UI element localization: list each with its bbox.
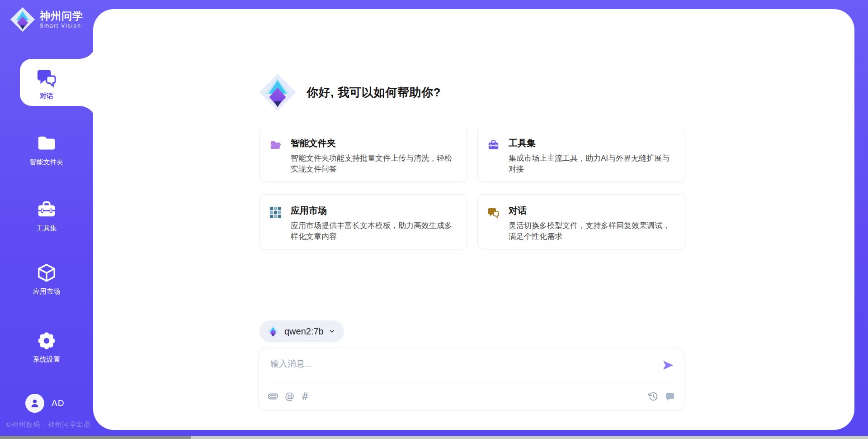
card-description: 应用市场提供丰富长文本模板，助力高效生成多样化文章内容 — [291, 220, 456, 242]
model-name: qwen2:7b — [284, 326, 324, 337]
horizontal-scrollbar[interactable] — [0, 436, 868, 439]
brand-logo: 神州问学 Smart Vision — [10, 7, 83, 32]
send-icon — [662, 359, 675, 372]
grid-icon — [269, 206, 282, 219]
sidebar-item-smart-folder[interactable]: 智能文件夹 — [0, 133, 93, 167]
chevron-down-icon — [328, 328, 335, 335]
brand-name: 神州问学 — [40, 10, 83, 22]
greeting-text: 你好, 我可以如何帮助你? — [307, 85, 441, 100]
card-title: 应用市场 — [291, 205, 456, 216]
sidebar-item-label: 系统设置 — [33, 355, 60, 364]
mention-button[interactable]: @ — [285, 391, 294, 401]
history-clock-icon — [648, 391, 658, 401]
hash-icon: # — [301, 391, 309, 401]
card-description: 集成市场上主流工具，助力AI与外界无缝扩展与对接 — [509, 153, 674, 175]
app-window: 神州问学 Smart Vision 对话 智能文件夹 — [0, 0, 868, 439]
briefcase-icon — [487, 139, 500, 151]
greeting: 你好, 我可以如何帮助你? — [259, 73, 441, 111]
attach-button[interactable] — [268, 391, 278, 402]
user-account[interactable]: AD — [25, 394, 64, 413]
main-panel: 你好, 我可以如何帮助你? 智能文件夹 智能文件夹功能支持批量文件上传与清洗，轻… — [93, 9, 854, 430]
at-icon: @ — [285, 391, 294, 401]
feature-cards: 智能文件夹 智能文件夹功能支持批量文件上传与清洗，轻松实现文件问答 工具集 — [259, 127, 686, 249]
sidebar-item-app-market[interactable]: 应用市场 — [0, 262, 93, 296]
avatar — [25, 394, 44, 413]
hashtag-button[interactable]: # — [301, 391, 309, 401]
paperclip-icon — [268, 391, 278, 402]
send-button[interactable] — [661, 359, 675, 372]
card-chat[interactable]: 对话 灵活切换多模型文件，支持多样回复效果调试，满足个性化需求 — [477, 194, 685, 249]
brand-subtitle: Smart Vision — [40, 23, 83, 29]
card-description: 灵活切换多模型文件，支持多样回复效果调试，满足个性化需求 — [509, 220, 674, 242]
sidebar-item-settings[interactable]: 系统设置 — [0, 330, 93, 364]
assistant-diamond-icon — [259, 73, 297, 111]
history-button[interactable] — [648, 391, 658, 401]
chat-icon — [36, 67, 57, 88]
model-selector[interactable]: qwen2:7b — [259, 320, 344, 342]
gear-icon — [36, 330, 57, 351]
message-input[interactable] — [259, 348, 684, 382]
card-title: 智能文件夹 — [291, 137, 456, 149]
card-title: 对话 — [509, 205, 674, 216]
chat-bubble-icon — [665, 391, 675, 401]
card-description: 智能文件夹功能支持批量文件上传与清洗，轻松实现文件问答 — [291, 153, 456, 175]
card-app-market[interactable]: 应用市场 应用市场提供丰富长文本模板，助力高效生成多样化文章内容 — [259, 194, 467, 249]
sidebar-item-label: 对话 — [40, 92, 53, 100]
brand-diamond-icon — [10, 7, 35, 32]
sidebar-item-label: 工具集 — [37, 224, 57, 233]
folder-icon — [269, 139, 282, 151]
sidebar-item-label: 智能文件夹 — [30, 158, 64, 167]
sidebar-item-toolset[interactable]: 工具集 — [0, 199, 93, 233]
cube-icon — [36, 262, 57, 283]
sidebar-item-label: 应用市场 — [33, 287, 60, 296]
card-smart-folder[interactable]: 智能文件夹 智能文件夹功能支持批量文件上传与清洗，轻松实现文件问答 — [259, 127, 467, 182]
sidebar-item-chat[interactable]: 对话 — [0, 67, 93, 100]
chat-history-button[interactable] — [665, 391, 675, 401]
sidebar: 神州问学 Smart Vision 对话 智能文件夹 — [0, 0, 93, 439]
folder-icon — [36, 133, 57, 154]
scrollbar-thumb[interactable] — [0, 436, 191, 439]
chat-icon — [487, 206, 500, 219]
person-icon — [29, 397, 41, 409]
briefcase-icon — [36, 199, 57, 220]
user-initials: AD — [52, 398, 64, 408]
card-title: 工具集 — [509, 137, 674, 149]
copyright-text: ©神州数码 · 神州问学出品 — [6, 420, 91, 429]
model-diamond-icon — [266, 324, 280, 338]
card-toolset[interactable]: 工具集 集成市场上主流工具，助力AI与外界无缝扩展与对接 — [477, 127, 685, 182]
message-composer: @ # — [259, 348, 684, 411]
